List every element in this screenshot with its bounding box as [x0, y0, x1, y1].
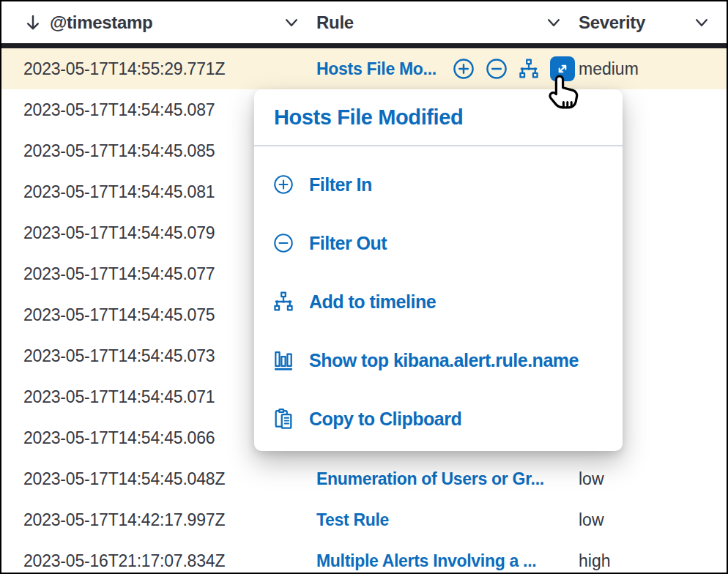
minus-in-circle-icon: [486, 58, 508, 80]
menu-item-add-to-timeline[interactable]: Add to timeline: [254, 272, 623, 331]
menu-item-label: Add to timeline: [309, 291, 436, 313]
column-label-rule: Rule: [316, 12, 354, 33]
alerts-data-grid: @timestamp Rule Severity 2023-05-17T14:5…: [0, 0, 728, 574]
menu-item-label: Filter In: [309, 174, 372, 195]
timestamp-cell[interactable]: 2023-05-17T14:54:45.048Z: [23, 469, 316, 489]
severity-cell[interactable]: low: [579, 510, 727, 530]
popover-title: Hosts File Modified: [254, 89, 623, 146]
chevron-down-icon[interactable]: [545, 14, 562, 31]
severity-cell[interactable]: low: [579, 469, 727, 489]
timeline-icon: [519, 59, 539, 79]
rule-cell: Enumeration of Users or Gr...: [316, 469, 579, 489]
menu-item-label: Copy to Clipboard: [309, 409, 461, 430]
menu-item-filter-out[interactable]: Filter Out: [254, 214, 623, 272]
table-row: 2023-05-17T14:54:45.048Z Enumeration of …: [1, 458, 727, 499]
chevron-down-icon[interactable]: [283, 14, 300, 31]
table-row: 2023-05-16T21:17:07.834Z Multiple Alerts…: [1, 540, 727, 574]
timestamp-cell[interactable]: 2023-05-17T14:42:17.997Z: [23, 510, 316, 530]
filter-out-button[interactable]: [486, 58, 508, 80]
rule-cell: Hosts File Mo...: [316, 56, 579, 81]
severity-cell[interactable]: medium: [579, 59, 727, 79]
table-row: 2023-05-17T14:55:29.771Z Hosts File Mo..…: [1, 48, 727, 89]
timeline-icon: [273, 291, 294, 312]
menu-item-show-top[interactable]: Show top kibana.alert.rule.name: [254, 331, 623, 390]
plus-in-circle-icon: [453, 58, 475, 80]
rule-cell: Multiple Alerts Involving a ...: [316, 551, 579, 571]
timestamp-cell[interactable]: 2023-05-17T14:55:29.771Z: [23, 59, 316, 79]
cell-action-icons: [453, 56, 575, 81]
menu-item-label: Show top kibana.alert.rule.name: [309, 350, 579, 371]
expand-diagonal-icon: [555, 61, 570, 76]
menu-item-label: Filter Out: [309, 233, 387, 254]
sort-descending-icon: [23, 13, 42, 32]
table-header: @timestamp Rule Severity: [1, 1, 727, 48]
expand-alert-button[interactable]: [550, 56, 575, 81]
rule-link[interactable]: Hosts File Mo...: [316, 59, 437, 79]
plus-in-circle-icon: [273, 174, 294, 195]
rule-link[interactable]: Test Rule: [316, 510, 389, 530]
filter-in-button[interactable]: [453, 58, 475, 80]
table-row: 2023-05-17T14:42:17.997Z Test Rule low: [1, 499, 727, 540]
column-header-rule[interactable]: Rule: [316, 1, 579, 43]
popover-menu: Filter In Filter Out Add to timeline Sho…: [254, 146, 623, 448]
clipboard-icon: [273, 409, 294, 429]
bar-chart-icon: [273, 350, 294, 370]
add-to-timeline-button[interactable]: [519, 59, 539, 79]
minus-in-circle-icon: [273, 233, 294, 253]
column-header-timestamp[interactable]: @timestamp: [23, 1, 316, 43]
column-label-timestamp: @timestamp: [50, 12, 152, 33]
rule-link[interactable]: Multiple Alerts Involving a ...: [316, 551, 536, 571]
cell-actions-popover: Hosts File Modified Filter In Filter Out…: [254, 89, 623, 451]
chevron-down-icon[interactable]: [693, 14, 710, 31]
rule-link[interactable]: Enumeration of Users or Gr...: [316, 469, 544, 489]
severity-cell[interactable]: high: [579, 551, 727, 571]
rule-cell: Test Rule: [316, 510, 579, 530]
menu-item-filter-in[interactable]: Filter In: [254, 155, 623, 214]
column-header-severity[interactable]: Severity: [579, 1, 727, 43]
column-label-severity: Severity: [579, 12, 645, 33]
timestamp-cell[interactable]: 2023-05-16T21:17:07.834Z: [23, 551, 316, 571]
menu-item-copy-to-clipboard[interactable]: Copy to Clipboard: [254, 390, 623, 448]
